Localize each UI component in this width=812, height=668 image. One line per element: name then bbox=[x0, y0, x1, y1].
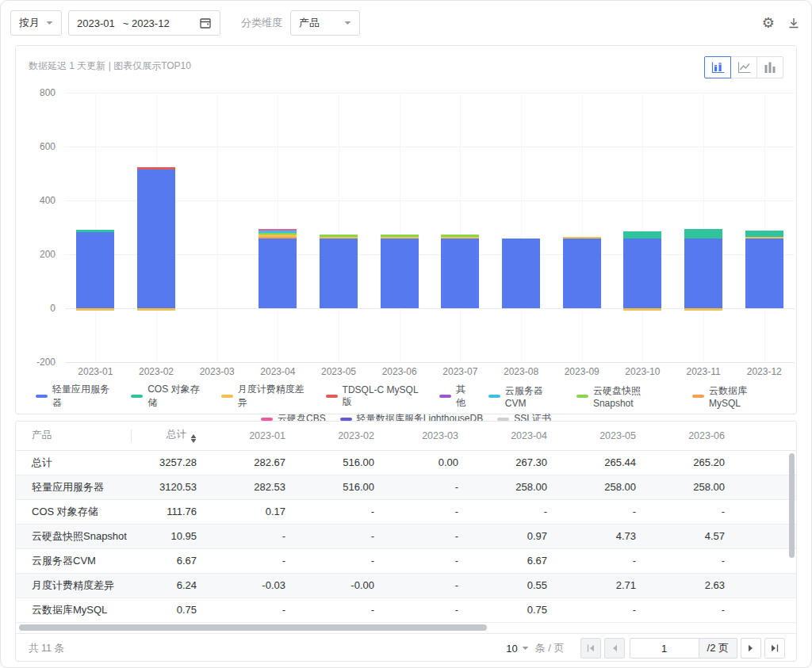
bar-segment[interactable] bbox=[381, 237, 419, 239]
bar-segment[interactable] bbox=[259, 239, 297, 308]
gridline bbox=[460, 93, 461, 362]
legend-item[interactable]: TDSQL-C MySQL版 bbox=[326, 383, 425, 410]
x-axis-tick-label: 2023-03 bbox=[186, 366, 247, 377]
gridline bbox=[65, 362, 795, 363]
line-chart-icon bbox=[737, 62, 751, 74]
settings-gear-icon[interactable]: ⚙ bbox=[762, 16, 775, 30]
dimension-label: 分类维度 bbox=[241, 16, 282, 30]
line-chart-button[interactable] bbox=[730, 56, 757, 78]
legend-label: 轻量应用服务器 bbox=[52, 383, 117, 410]
horizontal-scrollbar bbox=[16, 623, 796, 633]
bar-segment[interactable] bbox=[745, 231, 783, 237]
value-cell: - bbox=[639, 597, 728, 622]
x-axis-tick-label: 2023-05 bbox=[308, 366, 370, 377]
value-cell: - bbox=[377, 524, 462, 548]
bar-segment[interactable] bbox=[137, 170, 175, 308]
value-cell: 6.67 bbox=[462, 548, 550, 573]
stacked-bar-chart: 8006004002000-200 bbox=[29, 93, 783, 362]
bar-segment[interactable] bbox=[623, 239, 661, 308]
prev-page-button[interactable] bbox=[604, 638, 625, 658]
first-page-button[interactable] bbox=[580, 638, 601, 658]
bar-segment[interactable] bbox=[76, 230, 114, 232]
bar-segment[interactable] bbox=[259, 237, 297, 239]
horizontal-scrollbar-thumb[interactable] bbox=[19, 624, 487, 631]
bar-segment[interactable] bbox=[563, 237, 601, 239]
table-footer: 共 11 条 10 条 / 页 /2 页 bbox=[16, 633, 796, 662]
legend-item[interactable]: 轻量应用服务器 bbox=[36, 383, 117, 410]
stacked-bar-chart-button[interactable] bbox=[704, 56, 731, 78]
bar-segment[interactable] bbox=[320, 235, 358, 237]
sort-icon[interactable] bbox=[190, 434, 197, 443]
table-row: 云数据库MySQL0.75---0.75-- bbox=[16, 597, 796, 622]
table-row: COS 对象存储111.760.17----- bbox=[16, 499, 796, 524]
period-select[interactable]: 按月 bbox=[10, 10, 62, 36]
legend-label: 云服务器CVM bbox=[505, 384, 562, 409]
bar-segment[interactable] bbox=[684, 229, 722, 239]
bar-segment[interactable] bbox=[76, 308, 114, 311]
x-axis-tick-label: 2023-08 bbox=[491, 366, 552, 377]
page-number-input[interactable] bbox=[630, 638, 699, 658]
x-axis-tick-label: 2023-12 bbox=[733, 366, 795, 377]
bar-segment[interactable] bbox=[441, 235, 479, 237]
legend-item[interactable]: COS 对象存储 bbox=[131, 383, 207, 410]
gridline bbox=[400, 93, 400, 362]
legend-label: 云数据库MySQL bbox=[709, 384, 776, 409]
dimension-select[interactable]: 产品 bbox=[290, 10, 360, 36]
bar-segment[interactable] bbox=[441, 237, 479, 239]
column-header: 2023-06 bbox=[639, 422, 728, 450]
bar-segment[interactable] bbox=[623, 231, 661, 239]
bar-segment[interactable] bbox=[137, 167, 175, 170]
bar-segment[interactable] bbox=[745, 237, 783, 239]
chevron-down-icon bbox=[522, 646, 529, 651]
product-name-cell: 云数据库MySQL bbox=[16, 597, 132, 622]
column-header[interactable]: 总计 bbox=[132, 422, 200, 450]
value-cell: - bbox=[200, 597, 289, 622]
bar-segment[interactable] bbox=[76, 232, 114, 308]
last-page-button[interactable] bbox=[764, 638, 785, 658]
legend-swatch bbox=[131, 395, 143, 398]
y-axis-tick-label: -200 bbox=[29, 357, 56, 368]
bar-segment[interactable] bbox=[745, 239, 783, 308]
bar-segment[interactable] bbox=[563, 239, 601, 308]
bar-segment[interactable] bbox=[259, 231, 297, 233]
legend-swatch bbox=[488, 395, 500, 398]
bar-segment[interactable] bbox=[381, 235, 419, 237]
value-cell: - bbox=[200, 524, 289, 548]
legend-item[interactable]: 云服务器CVM bbox=[488, 383, 562, 410]
value-cell: 267.30 bbox=[462, 450, 550, 475]
bar-segment[interactable] bbox=[137, 308, 175, 311]
legend-item[interactable]: 云数据库MySQL bbox=[692, 383, 776, 410]
legend-item[interactable]: 月度计费精度差异 bbox=[221, 383, 312, 410]
vertical-scrollbar-thumb[interactable] bbox=[789, 453, 795, 558]
bar-segment[interactable] bbox=[623, 308, 661, 311]
page-size-select[interactable]: 10 条 / 页 bbox=[506, 641, 564, 655]
gridline bbox=[642, 93, 643, 362]
table-row: 轻量应用服务器3120.53282.53516.00-258.00258.002… bbox=[16, 475, 796, 499]
column-header: 2023-01 bbox=[200, 422, 289, 450]
legend-swatch bbox=[692, 395, 704, 398]
x-axis-tick-label: 2023-09 bbox=[551, 366, 612, 377]
legend-item[interactable]: 其他 bbox=[439, 383, 474, 410]
bar-segment[interactable] bbox=[684, 308, 722, 311]
legend-swatch bbox=[326, 395, 338, 398]
bar-segment[interactable] bbox=[320, 239, 358, 308]
bar-segment[interactable] bbox=[441, 239, 479, 308]
bar-segment[interactable] bbox=[684, 239, 722, 308]
bar-chart-button[interactable] bbox=[756, 56, 783, 78]
download-icon[interactable] bbox=[787, 17, 800, 29]
bar-segment[interactable] bbox=[320, 237, 358, 239]
bar-segment[interactable] bbox=[259, 229, 297, 231]
column-header: 2023-05 bbox=[550, 422, 639, 450]
legend-item[interactable]: 云硬盘快照Snapshot bbox=[576, 383, 678, 410]
bar-segment[interactable] bbox=[259, 235, 297, 237]
date-range-picker[interactable]: 2023-01 ~ 2023-12 bbox=[68, 10, 220, 36]
value-cell: - bbox=[377, 548, 462, 573]
legend-swatch bbox=[36, 395, 48, 398]
gridline bbox=[65, 93, 795, 94]
bar-segment[interactable] bbox=[259, 233, 297, 235]
bar-segment[interactable] bbox=[381, 239, 419, 308]
next-page-button[interactable] bbox=[741, 638, 761, 658]
gridline bbox=[217, 93, 218, 362]
bar-segment[interactable] bbox=[502, 239, 540, 308]
gridline bbox=[703, 93, 704, 362]
